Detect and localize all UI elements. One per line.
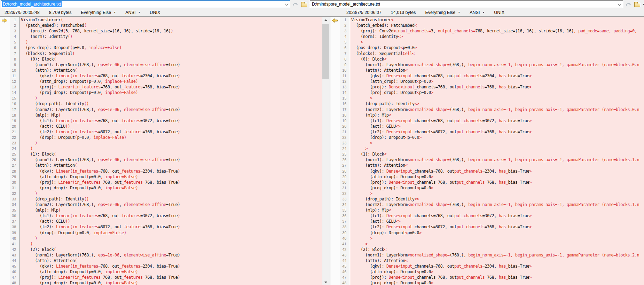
code-line[interactable]: 5 ) xyxy=(0,39,322,45)
code-line[interactable]: 22 (drop): Dropout(p=0.0, inplace=False) xyxy=(0,135,322,140)
code-line[interactable]: 28 (qkv): Dense<input_channels=768, outp… xyxy=(330,168,644,174)
code-line[interactable]: 43 (norm1): LayerNorm<normalized_shape=(… xyxy=(330,252,644,258)
code-line[interactable]: 46 (attn_drop): Dropout<p=0.0> xyxy=(330,269,644,275)
code-line[interactable]: 9 (norm1): LayerNorm((768,), eps=1e-06, … xyxy=(0,62,322,68)
code-line[interactable]: 7 (blocks): Sequential( xyxy=(0,51,322,56)
code-line[interactable]: 14 (proj_drop): Dropout<p=0.0> xyxy=(330,90,644,95)
code-line[interactable]: 6 (pos_drop): Dropout(p=0.0, inplace=Fal… xyxy=(0,45,322,50)
code-line[interactable]: 33 (drop_path): Identity() xyxy=(0,196,322,202)
browse-caret-icon[interactable]: ▼ xyxy=(642,3,644,6)
code-line[interactable]: 13 (proj): Dense<input_channels=768, out… xyxy=(330,84,644,90)
code-line[interactable]: 19 (fc1): Linear(in_features=768, out_fe… xyxy=(0,118,322,124)
scroll-up-button[interactable] xyxy=(322,17,329,23)
code-line[interactable]: 4 (norm): Identity<> xyxy=(330,34,644,39)
code-line[interactable]: 24 > xyxy=(330,146,644,151)
code-line[interactable]: 2 (patch_embed): PatchEmbed( xyxy=(0,23,322,28)
code-line[interactable]: 46 (attn_drop): Dropout(p=0.0, inplace=F… xyxy=(0,269,322,275)
code-line[interactable]: 38 (fc2): Linear(in_features=3072, out_f… xyxy=(0,224,322,230)
code-line[interactable]: 41 > xyxy=(330,241,644,247)
code-line[interactable]: 32 ) xyxy=(0,191,322,196)
code-line[interactable]: 48 (proj_drop): Dropout<p=0.0> xyxy=(330,280,644,285)
right-file-path-combobox[interactable]: D:\mindspore_model_architecture.txt xyxy=(310,0,623,8)
code-line[interactable]: 14 (proj_drop): Dropout(p=0.0, inplace=F… xyxy=(0,90,322,95)
code-line[interactable]: 10 (attn): Attention( xyxy=(0,68,322,73)
code-line[interactable]: 12 (attn_drop): Dropout<p=0.0> xyxy=(330,79,644,84)
code-line[interactable]: 4 (norm): Identity() xyxy=(0,34,322,39)
code-line[interactable]: 47 (proj): Dense<input_channels=768, out… xyxy=(330,275,644,280)
code-line[interactable]: 39 (drop): Dropout(p=0.0, inplace=False) xyxy=(0,230,322,236)
code-line[interactable]: 37 (act): GELU<> xyxy=(330,219,644,224)
code-line[interactable]: 40 > xyxy=(330,236,644,241)
code-line[interactable]: 15 > xyxy=(330,95,644,101)
swap-panes-button[interactable] xyxy=(292,1,299,8)
code-line[interactable]: 28 (qkv): Linear(in_features=768, out_fe… xyxy=(0,168,322,174)
code-line[interactable]: 20 (act): GELU<> xyxy=(330,124,644,129)
code-line[interactable]: 43 (norm1): LayerNorm((768,), eps=1e-06,… xyxy=(0,252,322,258)
code-line[interactable]: 26 (norm1): LayerNorm((768,), eps=1e-06,… xyxy=(0,157,322,163)
code-line[interactable]: 11 (qkv): Dense<input_channels=768, outp… xyxy=(330,73,644,79)
code-line[interactable]: 21 (fc2): Linear(in_features=3072, out_f… xyxy=(0,129,322,135)
code-line[interactable]: 27 (attn): Attention( xyxy=(0,163,322,168)
code-line[interactable]: 31 (proj_drop): Dropout<p=0.0> xyxy=(330,185,644,191)
left-vertical-scrollbar[interactable] xyxy=(322,17,329,285)
code-line[interactable]: 40 ) xyxy=(0,236,322,241)
code-line[interactable]: 37 (act): GELU() xyxy=(0,219,322,224)
left-browse-button[interactable] xyxy=(300,1,307,8)
code-line[interactable]: 45 (qkv): Dense<input_channels=768, outp… xyxy=(330,263,644,269)
code-line[interactable]: 18 (mlp): Mlp< xyxy=(330,112,644,118)
left-file-path-combobox[interactable]: D:\torch_model_architecture.txt xyxy=(1,0,290,8)
code-line[interactable]: 23 ) xyxy=(0,140,322,146)
code-line[interactable]: 16 (drop_path): Identity<> xyxy=(330,101,644,106)
code-line[interactable]: 30 (proj): Dense<input_channels=768, out… xyxy=(330,180,644,185)
code-line[interactable]: 7 (blocks): SequentialCell< xyxy=(330,51,644,56)
code-line[interactable]: 2 (patch_embed): PatchEmbed< xyxy=(330,23,644,28)
code-line[interactable]: 17 (norm2): LayerNorm<normalized_shape=(… xyxy=(330,107,644,112)
code-line[interactable]: 35 (mlp): Mlp( xyxy=(0,207,322,213)
code-line[interactable]: 33 (drop_path): Identity<> xyxy=(330,196,644,202)
code-line[interactable]: 31 (proj_drop): Dropout(p=0.0, inplace=F… xyxy=(0,185,322,191)
right-diff-pane[interactable]: 1VisionTransformer<2 (patch_embed): Patc… xyxy=(330,17,644,285)
code-line[interactable]: 22 (drop): Dropout<p=0.0> xyxy=(330,135,644,140)
code-line[interactable]: 16 (drop_path): Identity() xyxy=(0,101,322,106)
code-line[interactable]: 11 (qkv): Linear(in_features=768, out_fe… xyxy=(0,73,322,79)
code-line[interactable]: 25 (1): Block< xyxy=(330,151,644,157)
right-browse-button[interactable] xyxy=(634,1,641,8)
left-combo-dropdown-button[interactable] xyxy=(283,1,290,8)
code-line[interactable]: 42 (2): Block( xyxy=(0,247,322,252)
code-line[interactable]: 39 (drop): Dropout<p=0.0> xyxy=(330,230,644,236)
code-line[interactable]: 5 > xyxy=(330,39,644,45)
code-line[interactable]: 1VisionTransformer< xyxy=(330,17,644,23)
right-combo-dropdown-button[interactable] xyxy=(616,1,623,8)
code-line[interactable]: 34 (norm2): LayerNorm((768,), eps=1e-06,… xyxy=(0,202,322,207)
right-eol-indicator[interactable]: UNIX xyxy=(494,10,504,15)
code-line[interactable]: 47 (proj): Linear(in_features=768, out_f… xyxy=(0,275,322,280)
code-line[interactable]: 25 (1): Block( xyxy=(0,151,322,157)
swap-panes-button-right[interactable] xyxy=(625,1,632,8)
code-line[interactable]: 13 (proj): Linear(in_features=768, out_f… xyxy=(0,84,322,90)
code-line[interactable]: 29 (attn_drop): Dropout<p=0.0> xyxy=(330,174,644,180)
code-line[interactable]: 48 (proj_drop): Dropout(p=0.0, inplace=F… xyxy=(0,280,322,285)
code-line[interactable]: 27 (attn): Attention< xyxy=(330,163,644,168)
left-diff-pane[interactable]: 1VisionTransformer(2 (patch_embed): Patc… xyxy=(0,17,322,285)
code-line[interactable]: 36 (fc1): Dense<input_channels=768, outp… xyxy=(330,213,644,219)
code-line[interactable]: 26 (norm1): LayerNorm<normalized_shape=(… xyxy=(330,157,644,163)
code-line[interactable]: 36 (fc1): Linear(in_features=768, out_fe… xyxy=(0,213,322,219)
code-line[interactable]: 17 (norm2): LayerNorm((768,), eps=1e-06,… xyxy=(0,107,322,112)
code-line[interactable]: 44 (attn): Attention< xyxy=(330,258,644,263)
code-line[interactable]: 23 > xyxy=(330,140,644,146)
right-filter-dropdown[interactable]: Everything Else ▼ xyxy=(425,10,460,15)
code-line[interactable]: 24 ) xyxy=(0,146,322,151)
code-line[interactable]: 3 (proj): Conv2d<input_channels=3, outpu… xyxy=(330,28,644,34)
code-line[interactable]: 6 (pos_drop): Dropout<p=0.0> xyxy=(330,45,644,50)
code-line[interactable]: 35 (mlp): Mlp< xyxy=(330,207,644,213)
scrollbar-thumb[interactable] xyxy=(322,24,329,79)
code-line[interactable]: 12 (attn_drop): Dropout(p=0.0, inplace=F… xyxy=(0,79,322,84)
code-line[interactable]: 44 (attn): Attention( xyxy=(0,258,322,263)
code-line[interactable]: 34 (norm2): LayerNorm<normalized_shape=(… xyxy=(330,202,644,207)
code-line[interactable]: 9 (norm1): LayerNorm<normalized_shape=(7… xyxy=(330,62,644,68)
left-filter-dropdown[interactable]: Everything Else ▼ xyxy=(81,10,116,15)
code-line[interactable]: 10 (attn): Attention< xyxy=(330,68,644,73)
code-line[interactable]: 19 (fc1): Dense<input_channels=768, outp… xyxy=(330,118,644,124)
code-line[interactable]: 45 (qkv): Linear(in_features=768, out_fe… xyxy=(0,263,322,269)
code-line[interactable]: 41 ) xyxy=(0,241,322,247)
